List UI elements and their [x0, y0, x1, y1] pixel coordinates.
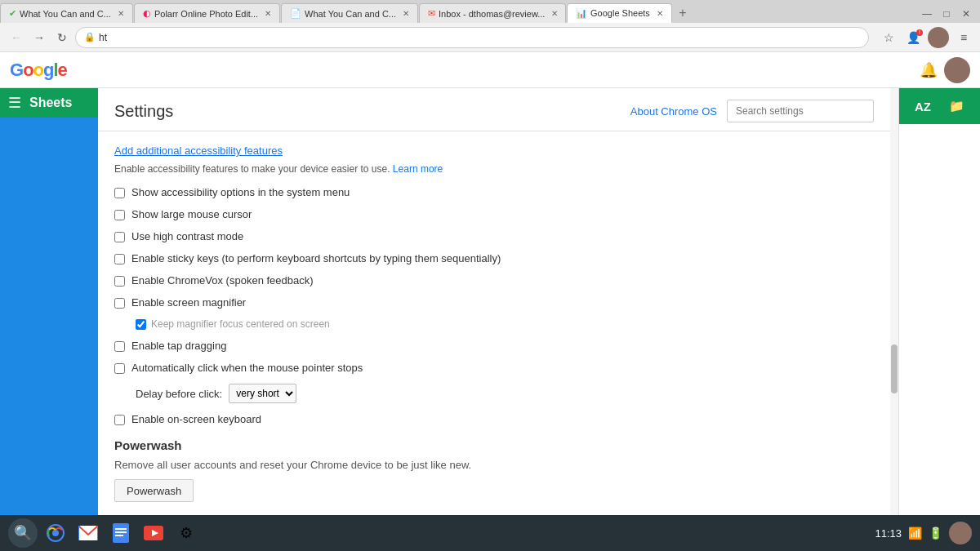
sub-checkbox-magnifier-focus: Keep magnifier focus centered on screen: [136, 318, 874, 330]
checkbox-label-7[interactable]: Enable tap dragging: [131, 340, 226, 352]
svg-rect-4: [115, 528, 127, 530]
settings-content[interactable]: Add additional accessibility features En…: [98, 131, 890, 515]
checkbox-label-8[interactable]: Automatically click when the mouse point…: [131, 362, 363, 374]
settings-scrollbar[interactable]: [890, 88, 898, 515]
tab-2-label: Polarr Online Photo Edit...: [154, 9, 258, 19]
checkbox-label-3[interactable]: Use high contrast mode: [131, 230, 243, 242]
powerwash-button[interactable]: Powerwash: [114, 479, 194, 502]
learn-more-link[interactable]: Learn more: [393, 163, 443, 175]
header-right: About Chrome OS: [630, 100, 874, 122]
taskbar-youtube-icon[interactable]: [139, 518, 168, 548]
new-tab-button[interactable]: +: [673, 3, 693, 23]
checkbox-row-1: Show accessibility options in the system…: [114, 186, 874, 198]
checkbox-label-6[interactable]: Enable screen magnifier: [131, 296, 246, 309]
tab-1[interactable]: ✔ What You Can and C... ✕: [0, 3, 133, 23]
lock-icon: 🔒: [84, 32, 96, 42]
battery-icon: 🔋: [929, 527, 942, 540]
checkbox-magnifier-focus[interactable]: [136, 319, 146, 330]
tab-bar: ✔ What You Can and C... ✕ ◐ Polarr Onlin…: [0, 0, 980, 23]
checkbox-row-4: Enable sticky keys (to perform keyboard …: [114, 252, 874, 264]
tab-4-close[interactable]: ✕: [551, 9, 558, 18]
main-area: Google 🔔 ☰ Sheets Settings: [0, 52, 980, 551]
delay-row: Delay before click: very short short med…: [136, 384, 874, 403]
tab-3-close[interactable]: ✕: [403, 9, 409, 18]
checkbox-label-9[interactable]: Enable on-screen keyboard: [131, 413, 261, 425]
user-avatar[interactable]: [928, 27, 949, 48]
forward-button[interactable]: →: [29, 28, 49, 47]
about-chrome-link[interactable]: About Chrome OS: [630, 105, 717, 118]
sheets-sidebar: ☰ Sheets: [0, 88, 98, 515]
address-text: ht: [99, 32, 107, 43]
delay-select[interactable]: very short short medium long very long: [229, 384, 296, 403]
tab-3[interactable]: 📄 What You Can and C... ✕: [281, 3, 418, 23]
sheets-hamburger[interactable]: ☰: [8, 94, 21, 112]
powerwash-heading: Powerwash: [114, 438, 874, 452]
sub-checkbox-label[interactable]: Keep magnifier focus centered on screen: [151, 318, 330, 330]
address-bar[interactable]: 🔒 ht: [75, 27, 869, 48]
checkbox-large-cursor[interactable]: [114, 210, 125, 220]
back-button[interactable]: ←: [7, 28, 26, 47]
taskbar-avatar[interactable]: [949, 522, 972, 544]
user-avatar-google[interactable]: [944, 57, 970, 83]
taskbar: 🔍: [0, 515, 980, 551]
checkbox-tap-dragging[interactable]: [114, 341, 125, 352]
checkbox-row-5: Enable ChromeVox (spoken feedback): [114, 274, 874, 287]
bookmark-icon[interactable]: ☆: [879, 28, 898, 47]
reload-button[interactable]: ↻: [52, 28, 72, 47]
google-logo: Google: [10, 60, 67, 81]
checkbox-row-8: Automatically click when the mouse point…: [114, 362, 874, 374]
maximize-button[interactable]: □: [938, 5, 956, 23]
nav-right: ☆ 👤 ! ≡: [879, 27, 973, 48]
delay-label: Delay before click:: [136, 388, 222, 400]
checkbox-row-9: Enable on-screen keyboard: [114, 413, 874, 425]
taskbar-right: 11:13 📶 🔋: [875, 522, 972, 544]
tab-1-label: What You Can and C...: [20, 9, 111, 19]
svg-rect-6: [115, 535, 123, 536]
browser-frame: ✔ What You Can and C... ✕ ◐ Polarr Onlin…: [0, 0, 980, 551]
nav-bar: ← → ↻ 🔒 ht ☆ 👤 ! ≡: [0, 23, 980, 52]
tab-5-close[interactable]: ✕: [657, 9, 663, 18]
checkbox-label-1[interactable]: Show accessibility options in the system…: [131, 186, 350, 198]
checkbox-label-2[interactable]: Show large mouse cursor: [131, 208, 252, 220]
svg-rect-5: [115, 531, 127, 533]
tab-1-close[interactable]: ✕: [118, 9, 124, 18]
menu-icon[interactable]: ≡: [954, 28, 973, 47]
sub-row-magnifier: Keep magnifier focus centered on screen: [136, 318, 874, 330]
google-bar-right: 🔔: [920, 57, 970, 83]
close-button[interactable]: ✕: [957, 5, 975, 23]
tab-3-label: What You Can and C...: [305, 9, 396, 19]
notification-icon[interactable]: 🔔: [920, 61, 938, 79]
person-icon[interactable]: 👤 !: [903, 28, 923, 47]
add-accessibility-link[interactable]: Add additional accessibility features: [114, 144, 874, 157]
taskbar-search-icon[interactable]: 🔍: [8, 518, 38, 548]
taskbar-docs-icon[interactable]: [106, 518, 136, 548]
tab-5-label: Google Sheets: [590, 8, 650, 18]
tab-2-close[interactable]: ✕: [265, 9, 271, 18]
scrollbar-thumb[interactable]: [891, 344, 898, 393]
taskbar-settings-icon[interactable]: ⚙: [172, 518, 201, 548]
checkbox-magnifier[interactable]: [114, 298, 125, 309]
checkbox-auto-click[interactable]: [114, 363, 125, 374]
checkbox-label-4[interactable]: Enable sticky keys (to perform keyboard …: [131, 252, 501, 264]
checkbox-system-menu[interactable]: [114, 188, 125, 198]
checkbox-sticky-keys[interactable]: [114, 254, 125, 264]
tab-5[interactable]: 📊 Google Sheets ✕: [567, 3, 672, 23]
tab-4[interactable]: ✉ Inbox - dthomas@review... ✕: [419, 3, 566, 23]
tab-2[interactable]: ◐ Polarr Online Photo Edit... ✕: [134, 3, 280, 23]
checkbox-onscreen-keyboard[interactable]: [114, 415, 125, 425]
sheets-title: Sheets: [29, 96, 72, 110]
checkbox-row-2: Show large mouse cursor: [114, 208, 874, 220]
settings-search-input[interactable]: [727, 100, 874, 122]
checkbox-chromevox[interactable]: [114, 276, 125, 287]
minimize-button[interactable]: —: [918, 5, 936, 23]
taskbar-chrome-icon[interactable]: [41, 518, 70, 548]
google-bar: Google 🔔: [0, 52, 980, 88]
tab-4-label: Inbox - dthomas@review...: [439, 9, 545, 19]
right-panel-top: AZ 📁: [899, 88, 980, 124]
checkbox-high-contrast[interactable]: [114, 232, 125, 242]
taskbar-time: 11:13: [875, 527, 902, 540]
folder-icon[interactable]: 📁: [949, 99, 964, 113]
checkbox-label-5[interactable]: Enable ChromeVox (spoken feedback): [131, 274, 314, 287]
checkbox-row-7: Enable tap dragging: [114, 340, 874, 352]
taskbar-gmail-icon[interactable]: [74, 518, 103, 548]
